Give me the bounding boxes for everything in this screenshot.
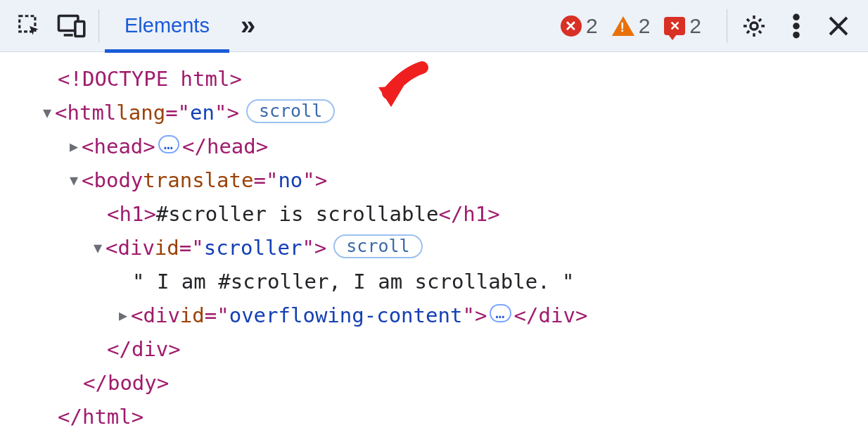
device-toggle-button[interactable] [51, 5, 93, 47]
svg-point-6 [793, 23, 800, 30]
warning-count[interactable]: 2 [612, 14, 651, 38]
disclosure-toggle[interactable]: ▶ [66, 130, 82, 163]
tree-row-body[interactable]: ▼ <body translate="no"> [0, 163, 868, 197]
svg-point-4 [751, 22, 758, 29]
tree-row-h1[interactable]: <h1>#scroller is scrollable</h1> [0, 197, 868, 231]
tree-row-doctype[interactable]: <!DOCTYPE html> [0, 62, 868, 96]
tree-row-html-close[interactable]: </html> [0, 400, 868, 434]
error-count[interactable]: ✕ 2 [561, 14, 598, 38]
more-tabs-button[interactable]: » [229, 11, 264, 41]
tree-row-head[interactable]: ▶ <head> … </head> [0, 130, 868, 163]
disclosure-toggle[interactable]: ▼ [39, 96, 55, 130]
more-options-button[interactable] [775, 5, 817, 47]
issues-count-value: 2 [689, 14, 701, 38]
svg-rect-3 [75, 21, 84, 36]
disclosure-toggle[interactable]: ▶ [115, 298, 131, 332]
tree-row-text-node[interactable]: " I am #scroller, I am scrollable. " [0, 265, 868, 298]
inspect-element-button[interactable] [8, 5, 51, 47]
error-icon: ✕ [561, 15, 582, 37]
settings-button[interactable] [733, 5, 775, 47]
close-devtools-button[interactable] [817, 5, 860, 47]
disclosure-toggle[interactable]: ▼ [90, 231, 106, 265]
scroll-badge[interactable]: scroll [246, 99, 335, 123]
expand-ellipsis[interactable]: … [158, 135, 179, 153]
tree-row-div-overflowing[interactable]: ▶ <div id="overflowing-content"> … </div… [0, 298, 868, 332]
error-count-value: 2 [586, 14, 598, 38]
warning-icon [612, 16, 634, 36]
toolbar-separator [98, 9, 99, 43]
issues-icon: ✕ [664, 17, 685, 35]
toolbar-separator [727, 9, 727, 43]
tree-row-div-scroller-close[interactable]: </div> [0, 332, 868, 366]
svg-point-7 [793, 31, 800, 38]
tab-elements[interactable]: Elements [105, 0, 229, 52]
expand-ellipsis[interactable]: … [490, 304, 511, 322]
svg-point-5 [793, 13, 800, 20]
warning-count-value: 2 [639, 14, 651, 38]
tree-row-div-scroller[interactable]: ▼ <div id="scroller"> scroll [0, 231, 868, 265]
tree-row-body-close[interactable]: </body> [0, 366, 868, 400]
scroll-badge[interactable]: scroll [333, 234, 422, 258]
tab-label: Elements [125, 14, 210, 37]
issues-count[interactable]: ✕ 2 [664, 14, 701, 38]
tree-row-html[interactable]: ▼ <html lang="en"> scroll [0, 96, 868, 130]
elements-dom-tree[interactable]: <!DOCTYPE html> ▼ <html lang="en"> scrol… [0, 52, 868, 434]
devtools-toolbar: Elements » ✕ 2 2 ✕ 2 [0, 0, 868, 52]
disclosure-toggle[interactable]: ▼ [66, 163, 82, 197]
